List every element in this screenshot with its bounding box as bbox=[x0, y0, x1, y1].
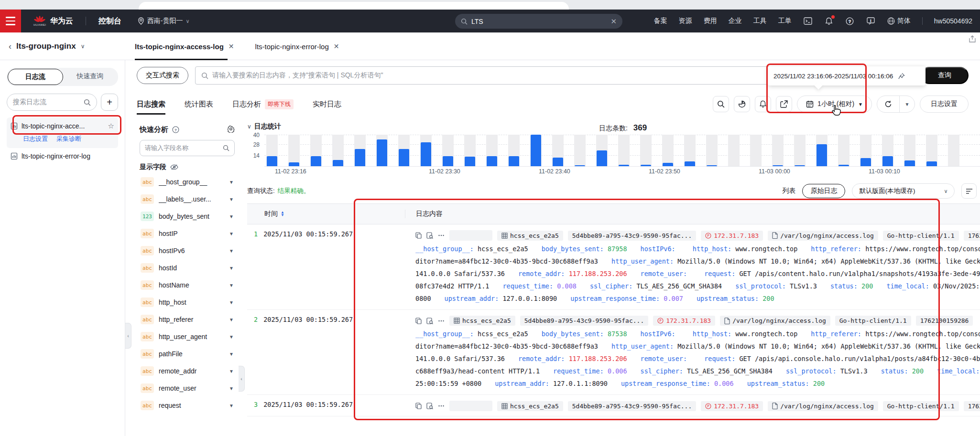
topbar-link-费用[interactable]: 费用 bbox=[704, 17, 717, 25]
collapse-quick-analysis-handle[interactable]: ‹ bbox=[239, 366, 245, 392]
refresh-button[interactable] bbox=[877, 96, 899, 112]
tab-lts-topic-nginx-error-log[interactable]: lts-topic-nginx-error-log✕ bbox=[255, 32, 339, 60]
topbar-link-企业[interactable]: 企业 bbox=[729, 17, 742, 25]
histogram-slot-14[interactable] bbox=[574, 135, 586, 166]
topbar-link-资源[interactable]: 资源 bbox=[679, 17, 692, 25]
alarm-bell-icon[interactable] bbox=[755, 96, 771, 112]
copy-icon[interactable] bbox=[415, 403, 422, 409]
log-tag-chip[interactable]: P172.31.7.183 bbox=[701, 401, 763, 411]
histogram-slot-27[interactable] bbox=[860, 135, 871, 166]
log-tag-chip[interactable]: hcss_ecs_e2a5 bbox=[497, 401, 563, 411]
histogram-slot-31[interactable] bbox=[948, 135, 959, 166]
log-tag-chip[interactable]: 5d4bbe89-a795-43c9-9590-95fac... bbox=[520, 316, 648, 326]
layout-select[interactable]: 默认版面(本地缓存) ∨ bbox=[852, 183, 955, 199]
histogram-slot-23[interactable] bbox=[772, 135, 784, 166]
log-field-request_time[interactable]: request_time: 0.008 bbox=[502, 282, 576, 290]
sort-icon[interactable]: ▲▼ bbox=[281, 211, 284, 217]
field-item-http_user_agent[interactable]: abchttp_user_agent▼ bbox=[140, 328, 235, 345]
histogram-slot-9[interactable] bbox=[464, 135, 476, 166]
log-tag-chip[interactable]: /var/log/nginx/access.log bbox=[768, 231, 878, 241]
help-circle-icon[interactable]: ? bbox=[172, 126, 179, 133]
histogram-slot-26[interactable] bbox=[838, 135, 849, 166]
field-item-__labels__.user...[interactable]: abc__labels__.user...▼ bbox=[140, 191, 235, 208]
export-page-icon[interactable] bbox=[969, 35, 976, 45]
histogram-slot-16[interactable] bbox=[618, 135, 630, 166]
log-field-__host_group__[interactable]: __host_group__: hcss_ecs_e2a5 bbox=[415, 330, 528, 338]
histogram-slot-15[interactable] bbox=[596, 135, 608, 166]
subtab-日志分析[interactable]: 日志分析即将下线 bbox=[232, 91, 294, 117]
log-tag-chip[interactable]: 5d4bbe89-a795-43c9-9590-95fac... bbox=[568, 401, 696, 411]
log-tag-chip[interactable]: /var/log/nginx/access.log bbox=[720, 316, 830, 326]
field-expand-caret[interactable]: ▼ bbox=[229, 334, 234, 340]
log-field-remote_user[interactable]: remote_user: bbox=[641, 270, 691, 277]
log-field-http_host[interactable]: http_host: www.rongtech.top bbox=[693, 245, 797, 253]
log-tag-chip[interactable]: 5d4bbe89-a795-43c9-9590-95fac... bbox=[568, 231, 696, 241]
chart-pie-icon[interactable] bbox=[734, 96, 750, 112]
histogram-slot-0[interactable] bbox=[266, 135, 278, 166]
histogram-slot-20[interactable] bbox=[706, 135, 718, 166]
histogram-slot-19[interactable] bbox=[684, 135, 696, 166]
log-field-http_host[interactable]: http_host: www.rongtech.top bbox=[693, 330, 797, 338]
field-search-input[interactable]: 请输入字段名称 bbox=[140, 140, 235, 156]
log-tag-chip[interactable]: 1762100159286 bbox=[916, 316, 973, 326]
stream-action-日志设置[interactable]: 日志设置 bbox=[23, 135, 48, 143]
field-expand-caret[interactable]: ▼ bbox=[229, 386, 234, 391]
log-tag-chip[interactable]: P172.31.7.183 bbox=[701, 231, 763, 241]
histogram-slot-13[interactable] bbox=[552, 135, 564, 166]
histogram-slot-7[interactable] bbox=[420, 135, 432, 166]
histogram-slot-5[interactable] bbox=[376, 135, 388, 166]
help-icon[interactable]: ? bbox=[845, 16, 855, 26]
log-field-upstream_response_time[interactable]: upstream_response_time: 0.006 bbox=[621, 380, 734, 387]
log-field-upstream_addr[interactable]: upstream_addr: 127.0.1.1:8090 bbox=[495, 380, 608, 387]
copy-icon[interactable] bbox=[415, 232, 422, 239]
histogram-slot-3[interactable] bbox=[332, 135, 344, 166]
topbar-link-工单[interactable]: 工单 bbox=[778, 17, 792, 25]
log-tag-chip[interactable]: P172.31.7.183 bbox=[653, 316, 715, 326]
histogram-slot-4[interactable] bbox=[354, 135, 366, 166]
log-tag-chip[interactable]: 1762100159286 bbox=[964, 401, 980, 411]
more-icon[interactable] bbox=[438, 403, 445, 409]
log-field-ssl_protocol[interactable]: ssl_protocol: TLSv1.3 bbox=[735, 282, 817, 290]
histogram-slot-18[interactable] bbox=[662, 135, 674, 166]
field-expand-caret[interactable]: ▼ bbox=[229, 403, 234, 408]
field-expand-caret[interactable]: ▼ bbox=[229, 197, 234, 202]
field-item-remote_addr[interactable]: abcremote_addr▼ bbox=[140, 362, 235, 380]
log-field-hostIPv6[interactable]: hostIPv6: bbox=[641, 245, 679, 253]
log-field-hostIPv6[interactable]: hostIPv6: bbox=[641, 330, 679, 338]
log-field-upstream_addr[interactable]: upstream_addr: 127.0.0.1:8090 bbox=[445, 295, 557, 302]
log-field-upstream_status[interactable]: upstream_status: 200 bbox=[697, 295, 774, 302]
histogram-slot-17[interactable] bbox=[640, 135, 652, 166]
log-field-body_bytes_sent[interactable]: body_bytes_sent: 87958 bbox=[542, 245, 627, 253]
histogram-slot-8[interactable] bbox=[442, 135, 454, 166]
field-expand-caret[interactable]: ▼ bbox=[229, 266, 234, 271]
log-field-remote_addr[interactable]: remote_addr: 117.188.253.206 bbox=[518, 355, 627, 362]
log-field-request_time[interactable]: request_time: 0.006 bbox=[553, 367, 627, 375]
collapse-chart-icon[interactable]: ∨ bbox=[247, 123, 251, 130]
log-tag-chip[interactable]: hcss_ecs_e2a5 bbox=[497, 231, 563, 241]
field-expand-caret[interactable]: ▼ bbox=[229, 300, 234, 305]
brand[interactable]: HUAWEI 华为云 bbox=[33, 16, 73, 26]
histogram-slot-11[interactable] bbox=[508, 135, 520, 166]
search-highlight-icon[interactable] bbox=[713, 96, 729, 112]
field-item-http_referer[interactable]: abchttp_referer▼ bbox=[140, 311, 235, 328]
histogram-slot-1[interactable] bbox=[288, 135, 300, 166]
log-field-upstream_status[interactable]: upstream_status: 200 bbox=[747, 380, 825, 387]
interactive-search-button[interactable]: 交互式搜索 bbox=[137, 67, 188, 84]
close-tab-icon[interactable]: ✕ bbox=[334, 43, 339, 50]
stream-item-lts-topic-nginx-error-log[interactable]: lts-topic-nginx-error-log bbox=[7, 148, 118, 164]
field-expand-caret[interactable]: ▼ bbox=[229, 369, 234, 374]
field-expand-caret[interactable]: ▼ bbox=[229, 214, 234, 219]
notifications-bell-icon[interactable] bbox=[824, 16, 834, 26]
stream-action-采集诊断[interactable]: 采集诊断 bbox=[56, 135, 81, 143]
field-item-body_bytes_sent[interactable]: 123body_bytes_sent▼ bbox=[140, 208, 235, 225]
view-raw-toggle[interactable]: 原始日志 bbox=[802, 184, 845, 198]
histogram-slot-29[interactable] bbox=[904, 135, 915, 166]
topbar-link-工具[interactable]: 工具 bbox=[753, 17, 767, 25]
hamburger-menu-button[interactable] bbox=[0, 10, 21, 32]
log-tag-chip[interactable]: hcss_ecs_e2a5 bbox=[449, 316, 515, 326]
log-settings-button[interactable]: 日志设置 bbox=[920, 96, 969, 113]
pin-icon[interactable] bbox=[898, 73, 905, 80]
histogram-slot-25[interactable] bbox=[816, 135, 828, 166]
copy-icon[interactable] bbox=[415, 318, 422, 324]
log-tag-chip[interactable]: /var/log/nginx/access.log bbox=[768, 401, 878, 411]
